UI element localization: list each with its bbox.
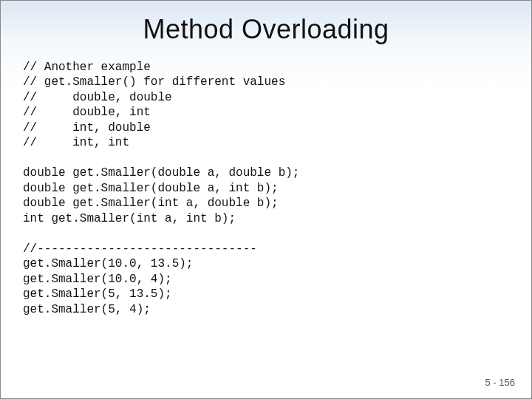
code-line: // int, int — [23, 136, 129, 149]
code-line: get.Smaller(10.0, 4); — [23, 273, 172, 286]
code-line: double get.Smaller(double a, int b); — [23, 182, 279, 195]
code-line: // double, int — [23, 106, 151, 119]
code-line: get.Smaller(10.0, 13.5); — [23, 257, 193, 270]
code-block: // Another example // get.Smaller() for … — [23, 60, 509, 317]
code-line: double get.Smaller(double a, double b); — [23, 166, 299, 180]
code-line: // int, double — [23, 121, 151, 134]
code-line: //------------------------------- — [23, 242, 257, 256]
code-line: get.Smaller(5, 4); — [23, 303, 151, 316]
code-line: // get.Smaller() for different values — [23, 75, 285, 89]
code-line: double get.Smaller(int a, double b); — [23, 197, 279, 210]
code-line: // Another example — [23, 61, 151, 74]
slide: Method Overloading // Another example //… — [0, 0, 532, 399]
code-line: get.Smaller(5, 13.5); — [23, 287, 172, 301]
code-line: // double, double — [23, 91, 172, 104]
slide-number: 5 - 156 — [485, 377, 515, 388]
code-line: int get.Smaller(int a, int b); — [23, 212, 236, 225]
slide-title: Method Overloading — [23, 14, 509, 45]
